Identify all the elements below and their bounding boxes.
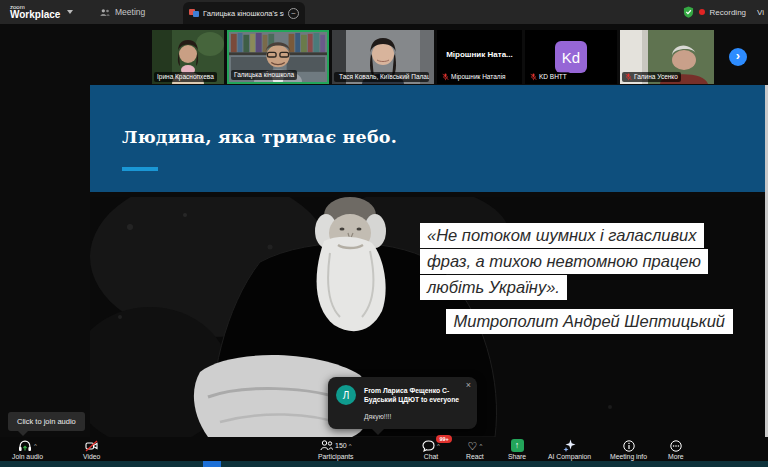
titlebar-status: Recording Vi — [683, 0, 764, 24]
chat-label: Chat — [424, 453, 438, 460]
chat-popup-title: From Лариса Фещенко С- Будський ЦДЮТ to … — [364, 386, 459, 404]
slide-title: Людина, яка тримає небо. — [122, 127, 397, 147]
recording-dot-icon — [699, 9, 705, 15]
meeting-info-button[interactable]: Meeting info — [610, 439, 647, 460]
ai-sparkle-icon — [563, 439, 576, 452]
chat-unread-badge: 99+ — [436, 435, 451, 443]
react-button[interactable]: ♡ ^ React — [466, 439, 484, 460]
participant-tile[interactable]: Тася Коваль, Київський Палац... — [332, 30, 434, 84]
muted-mic-icon — [442, 73, 449, 81]
quote-line: «Не потоком шумних і галасливих — [420, 223, 704, 248]
chevron-up-icon[interactable]: ^ — [479, 443, 482, 449]
chat-sender-avatar: Л — [336, 385, 356, 405]
participant-name-badge: Галицька кіношкола — [231, 70, 297, 80]
react-label: React — [466, 453, 484, 460]
participant-name: Ірина Краснопхева — [157, 73, 214, 81]
participants-label: Participants — [318, 453, 354, 460]
participant-tile[interactable]: Мірошник Ната... Мірошник Наталія — [437, 30, 522, 84]
taskbar-highlight[interactable] — [203, 461, 221, 467]
participants-button[interactable]: 150 ^ Participants — [318, 439, 354, 460]
chat-popup-title-line2: Будський ЦДЮТ to everyone — [364, 395, 459, 404]
logo-workplace-text: Workplace — [10, 10, 60, 20]
join-audio-button[interactable]: ^ Join audio — [12, 439, 43, 460]
participant-name-badge: Галина Усенко — [622, 72, 681, 82]
taskbar-strip — [0, 461, 768, 467]
tab-shared-screen[interactable]: Галицька кіношкола's screen − — [183, 2, 305, 24]
participant-name-badge: Мірошник Наталія — [439, 72, 509, 82]
quote-line: любіть Україну». — [420, 275, 567, 300]
slide-accent-rule — [122, 167, 158, 171]
participant-avatar: Kd — [555, 41, 587, 73]
chevron-up-icon[interactable]: ^ — [34, 443, 37, 449]
more-button[interactable]: More — [668, 439, 684, 460]
chat-notification-popup[interactable]: Л From Лариса Фещенко С- Будський ЦДЮТ t… — [328, 377, 477, 429]
tab-shared-screen-label: Галицька кіношкола's screen — [203, 9, 284, 18]
slide-quote: «Не потоком шумних і галасливих фраз, а … — [420, 223, 708, 301]
participants-count: 150 — [335, 442, 347, 449]
meeting-info-label: Meeting info — [610, 453, 647, 460]
info-icon — [623, 440, 635, 452]
slide-attribution-wrap: Митрополит Андрей Шептицький — [446, 309, 733, 334]
zoom-workplace-logo[interactable]: zoom Workplace — [0, 4, 78, 20]
recording-label: Recording — [710, 8, 746, 17]
muted-mic-icon — [530, 73, 537, 81]
quote-line: фраз, а тихою невтомною працею — [420, 249, 708, 274]
participant-center-name: Мірошник Ната... — [437, 50, 522, 59]
participant-tile[interactable]: Kd KD ВНТТ — [525, 30, 617, 84]
tab-meeting[interactable]: Meeting — [92, 0, 153, 24]
chat-popup-message: Дякую!!!! — [364, 413, 391, 420]
minimize-tab-icon[interactable]: − — [288, 8, 299, 19]
more-label: More — [668, 453, 684, 460]
video-thumbnail-strip: Ірина Краснопхева Галицька кіношкола — [152, 30, 714, 84]
share-label: Share — [508, 453, 526, 460]
slide-title-panel: Людина, яка тримає небо. — [90, 85, 765, 192]
chevron-up-icon[interactable]: ^ — [437, 443, 440, 449]
meeting-toolbar: ^ Join audio Video — [0, 437, 768, 461]
chevron-down-icon — [67, 10, 73, 14]
chat-bubble-icon — [422, 440, 435, 452]
participant-name-badge: Тася Коваль, Київський Палац... — [334, 72, 429, 82]
participant-tile[interactable]: Галина Усенко — [620, 30, 714, 84]
participant-name: Тася Коваль, Київський Палац... — [339, 73, 429, 81]
headphones-icon — [18, 440, 32, 452]
video-off-icon — [85, 440, 98, 452]
participant-name-badge: Ірина Краснопхева — [154, 72, 217, 82]
share-screen-icon: ↑ — [511, 439, 524, 452]
participant-name: Галина Усенко — [634, 73, 678, 81]
more-ellipsis-icon — [670, 440, 682, 452]
participant-name: Мірошник Наталія — [451, 73, 506, 81]
participant-tile[interactable]: Ірина Краснопхева — [152, 30, 224, 84]
slide-attribution: Митрополит Андрей Шептицький — [446, 309, 733, 334]
screen-share-icon — [189, 9, 199, 17]
heart-icon: ♡ — [468, 440, 478, 452]
chevron-up-icon[interactable]: ^ — [349, 443, 352, 449]
next-participants-button[interactable]: › — [729, 48, 747, 66]
participant-name: Галицька кіношкола — [234, 71, 294, 79]
zoom-meeting-window: zoom Workplace Meeting Галицька кіношкол… — [0, 0, 768, 467]
join-audio-label: Join audio — [12, 453, 43, 460]
participant-name-badge: KD ВНТТ — [527, 72, 570, 82]
security-shield-icon[interactable] — [683, 6, 694, 18]
video-label: Video — [83, 453, 100, 460]
share-button[interactable]: ↑ Share — [508, 439, 526, 460]
tab-meeting-label: Meeting — [115, 7, 145, 17]
chat-popup-title-line1: From Лариса Фещенко С- — [364, 386, 459, 395]
chat-button[interactable]: 99+ ^ Chat — [422, 439, 440, 460]
ai-companion-button[interactable]: AI Companion — [548, 439, 591, 460]
view-label[interactable]: Vi — [757, 8, 764, 17]
people-icon — [100, 8, 110, 17]
join-audio-tooltip[interactable]: Click to join audio — [8, 412, 85, 431]
title-bar: zoom Workplace Meeting Галицька кіношкол… — [0, 0, 768, 24]
close-icon[interactable]: × — [466, 380, 471, 390]
muted-mic-icon — [625, 73, 632, 81]
video-button[interactable]: Video — [83, 439, 100, 460]
ai-companion-label: AI Companion — [548, 453, 591, 460]
participants-icon — [320, 440, 333, 451]
participant-name: KD ВНТТ — [539, 73, 567, 81]
participant-tile-active-speaker[interactable]: Галицька кіношкола — [227, 30, 329, 84]
